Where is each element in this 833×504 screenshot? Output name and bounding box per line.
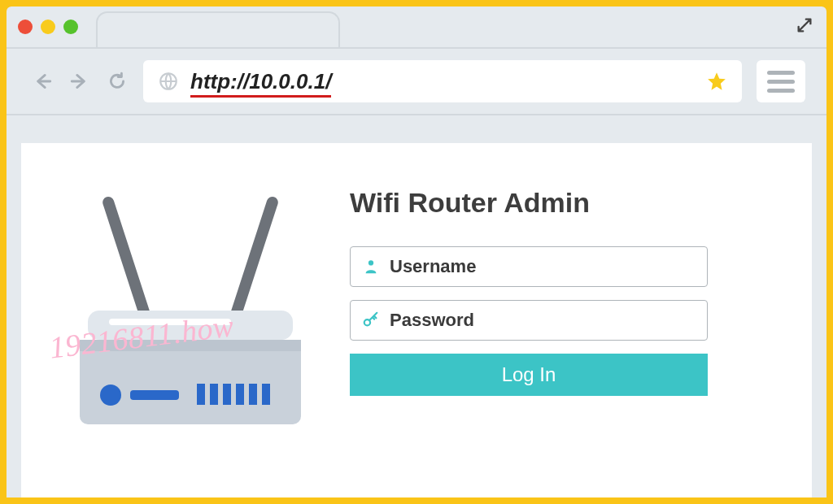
hamburger-line-icon: [767, 71, 795, 75]
window-controls: [18, 20, 78, 34]
login-panel: Wifi Router Admin Username Password Log …: [350, 176, 708, 396]
minimize-window-button[interactable]: [41, 20, 55, 34]
back-button[interactable]: [31, 70, 54, 93]
svg-point-15: [369, 260, 373, 265]
url-text: http://10.0.0.1/: [190, 69, 331, 93]
hamburger-menu-button[interactable]: [757, 60, 805, 102]
svg-rect-14: [262, 384, 270, 405]
browser-tab[interactable]: [96, 11, 340, 47]
browser-window: http://10.0.0.1/: [7, 7, 826, 497]
page-viewport: 19216811.how Wifi Router Admin Username …: [21, 143, 812, 497]
forward-button[interactable]: [68, 70, 91, 93]
globe-icon: [158, 71, 179, 92]
login-button[interactable]: Log In: [350, 354, 708, 396]
svg-rect-9: [197, 384, 205, 405]
svg-rect-12: [236, 384, 244, 405]
user-icon: [362, 258, 380, 276]
svg-rect-11: [223, 384, 231, 405]
username-placeholder: Username: [390, 256, 476, 277]
address-bar[interactable]: http://10.0.0.1/: [143, 60, 742, 102]
reload-button[interactable]: [106, 70, 129, 93]
router-illustration: 19216811.how: [60, 180, 321, 441]
svg-rect-5: [80, 340, 301, 424]
maximize-window-button[interactable]: [63, 20, 78, 34]
url-underline: [190, 95, 331, 98]
close-window-button[interactable]: [18, 20, 33, 34]
hamburger-line-icon: [767, 80, 795, 84]
hamburger-line-icon: [767, 89, 795, 93]
svg-rect-6: [80, 340, 301, 351]
page-title: Wifi Router Admin: [350, 187, 708, 219]
svg-rect-10: [210, 384, 218, 405]
key-icon: [362, 311, 380, 329]
username-field[interactable]: Username: [350, 246, 708, 287]
url-text-wrap: http://10.0.0.1/: [190, 69, 331, 94]
browser-toolbar: http://10.0.0.1/: [7, 47, 826, 115]
expand-icon[interactable]: [796, 16, 813, 34]
svg-rect-4: [109, 319, 231, 325]
svg-point-7: [100, 385, 121, 406]
bookmark-star-icon[interactable]: [706, 71, 727, 92]
svg-rect-13: [249, 384, 257, 405]
title-bar: [7, 7, 826, 47]
svg-rect-8: [130, 390, 179, 400]
password-placeholder: Password: [390, 310, 474, 331]
password-field[interactable]: Password: [350, 300, 708, 341]
